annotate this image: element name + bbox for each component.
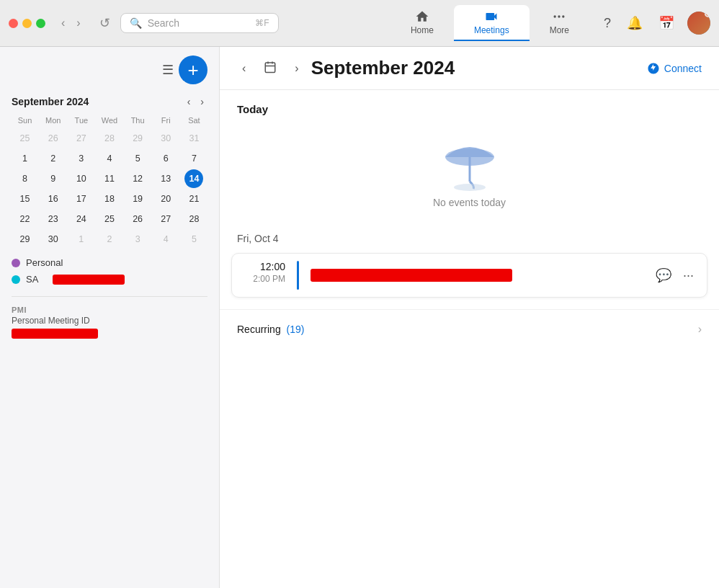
history-button[interactable]: ↺ — [95, 12, 115, 34]
cal-day[interactable]: 25 — [16, 129, 35, 148]
calendar-color-work — [12, 275, 20, 284]
sidebar: ☰ + September 2024 ‹ › Sun Mon Tue Wed T… — [0, 47, 220, 588]
avatar[interactable] — [687, 12, 710, 35]
nav-meetings[interactable]: Meetings — [454, 5, 530, 41]
main-layout: ☰ + September 2024 ‹ › Sun Mon Tue Wed T… — [0, 47, 719, 588]
svg-point-1 — [558, 15, 561, 17]
traffic-lights — [9, 19, 45, 28]
content-header: ‹ › September 2024 Connect — [220, 47, 719, 90]
cal-day[interactable]: 11 — [100, 169, 119, 188]
no-events-text: No events today — [433, 197, 506, 208]
cal-day[interactable]: 5 — [128, 149, 147, 168]
cal-day[interactable]: 3 — [128, 230, 147, 249]
calendar-item-work[interactable]: SA — [12, 274, 207, 285]
day-header-sat: Sat — [181, 115, 207, 128]
main-content: ‹ › September 2024 Connect Today — [220, 47, 719, 588]
cal-day[interactable]: 25 — [100, 210, 119, 228]
cal-day[interactable]: 28 — [184, 210, 203, 228]
search-bar[interactable]: 🔍 Search ⌘F — [120, 13, 279, 33]
day-header-sun: Sun — [12, 115, 38, 128]
event-chat-button[interactable]: 💬 — [653, 264, 674, 286]
cal-day[interactable]: 6 — [156, 149, 175, 168]
cal-day[interactable]: 22 — [16, 210, 35, 228]
calendar-color-personal — [12, 259, 20, 267]
mini-cal-prev[interactable]: ‹ — [184, 94, 195, 109]
event-info[interactable] — [311, 261, 644, 290]
mini-cal-next[interactable]: › — [197, 94, 207, 109]
content-prev-button[interactable]: ‹ — [237, 59, 251, 78]
cal-day[interactable]: 21 — [184, 190, 203, 208]
notifications-button[interactable]: 🔔 — [624, 12, 646, 34]
cal-day[interactable]: 29 — [128, 129, 147, 148]
cal-day[interactable]: 4 — [100, 149, 119, 168]
cal-day[interactable]: 12 — [128, 169, 147, 188]
mini-calendar-grid: Sun Mon Tue Wed Thu Fri Sat 25 26 27 28 … — [12, 115, 207, 249]
cal-day[interactable]: 24 — [72, 210, 91, 228]
cal-day[interactable]: 26 — [128, 210, 147, 228]
cal-day[interactable]: 10 — [72, 169, 91, 188]
cal-day[interactable]: 2 — [44, 149, 63, 168]
search-shortcut: ⌘F — [255, 18, 269, 28]
recurring-section[interactable]: Recurring (19) › — [220, 309, 719, 349]
add-meeting-button[interactable]: + — [179, 55, 207, 84]
search-icon: 🔍 — [130, 17, 142, 29]
cal-day[interactable]: 5 — [184, 230, 203, 249]
cal-day[interactable]: 23 — [44, 210, 63, 228]
nav-more[interactable]: More — [530, 5, 589, 41]
back-button[interactable]: ‹ — [57, 14, 69, 32]
cal-day[interactable]: 18 — [100, 190, 119, 208]
sidebar-toggle[interactable]: ☰ — [157, 55, 179, 84]
cal-day[interactable]: 20 — [156, 190, 175, 208]
traffic-light-green[interactable] — [36, 19, 45, 28]
day-header-thu: Thu — [125, 115, 151, 128]
calendar-view-button[interactable] — [258, 58, 282, 79]
cal-day-today[interactable]: 14 — [184, 169, 203, 188]
cal-day[interactable]: 16 — [44, 190, 63, 208]
pmi-section: PMI Personal Meeting ID — [12, 296, 207, 342]
traffic-light-red[interactable] — [9, 19, 18, 28]
day-header-wed: Wed — [96, 115, 122, 128]
cal-day[interactable]: 17 — [72, 190, 91, 208]
nav-home[interactable]: Home — [390, 5, 454, 41]
mini-calendar-header: September 2024 ‹ › — [12, 94, 207, 109]
cal-day[interactable]: 2 — [100, 230, 119, 249]
traffic-light-yellow[interactable] — [22, 19, 32, 28]
content-next-button[interactable]: › — [290, 59, 303, 78]
calendar-label-work: SA — [26, 274, 38, 285]
calendar-button[interactable]: 📅 — [656, 12, 677, 34]
cal-day[interactable]: 3 — [72, 149, 91, 168]
event-title-redacted — [311, 269, 512, 282]
no-events-illustration — [437, 137, 502, 191]
connect-button[interactable]: Connect — [647, 62, 702, 75]
cal-day[interactable]: 29 — [16, 230, 35, 249]
sidebar-top: ☰ + — [12, 55, 207, 84]
cal-day[interactable]: 4 — [156, 230, 175, 249]
cal-day[interactable]: 1 — [16, 149, 35, 168]
content-body: Today No events today Fri, Oct 4 — [220, 90, 719, 588]
cal-day[interactable]: 28 — [100, 129, 119, 148]
cal-day[interactable]: 9 — [44, 169, 63, 188]
cal-day[interactable]: 1 — [72, 230, 91, 249]
cal-day[interactable]: 13 — [156, 169, 175, 188]
help-button[interactable]: ? — [601, 13, 614, 34]
calendar-item-personal[interactable]: Personal — [12, 257, 207, 268]
cal-day[interactable]: 8 — [16, 169, 35, 188]
event-more-button[interactable]: ··· — [680, 265, 697, 286]
cal-day[interactable]: 27 — [156, 210, 175, 228]
cal-day[interactable]: 30 — [156, 129, 175, 148]
pmi-label: PMI — [12, 306, 207, 314]
cal-day[interactable]: 31 — [184, 129, 203, 148]
no-events-area: No events today — [220, 122, 719, 223]
event-end-time: 2:00 PM — [253, 274, 285, 284]
day-header-tue: Tue — [68, 115, 94, 128]
cal-day[interactable]: 26 — [44, 129, 63, 148]
mini-cal-nav: ‹ › — [184, 94, 207, 109]
day-header-mon: Mon — [40, 115, 66, 128]
cal-day[interactable]: 27 — [72, 129, 91, 148]
cal-day[interactable]: 7 — [184, 149, 203, 168]
event-start-time: 12:00 — [260, 261, 285, 272]
cal-day[interactable]: 19 — [128, 190, 147, 208]
cal-day[interactable]: 30 — [44, 230, 63, 249]
forward-button[interactable]: › — [72, 14, 84, 32]
cal-day[interactable]: 15 — [16, 190, 35, 208]
